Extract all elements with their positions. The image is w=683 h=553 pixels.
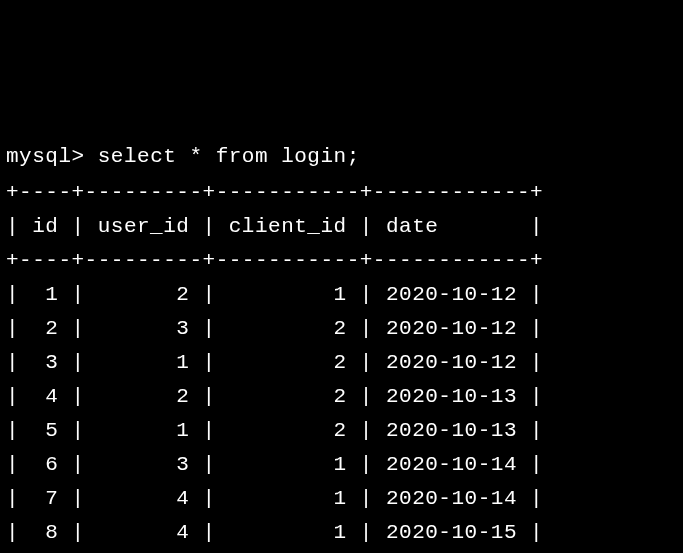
table-row: | 4 | 2 | 2 | 2020-10-13 |	[6, 380, 677, 414]
table-row: | 5 | 1 | 2 | 2020-10-13 |	[6, 414, 677, 448]
table-border-mid: +----+---------+-----------+------------…	[6, 244, 677, 278]
table-row: | 8 | 4 | 1 | 2020-10-15 |	[6, 516, 677, 550]
table-row: | 2 | 3 | 2 | 2020-10-12 |	[6, 312, 677, 346]
table-row: | 3 | 1 | 2 | 2020-10-12 |	[6, 346, 677, 380]
table-row: | 6 | 3 | 1 | 2020-10-14 |	[6, 448, 677, 482]
table-row: | 7 | 4 | 1 | 2020-10-14 |	[6, 482, 677, 516]
mysql-prompt: mysql>	[6, 145, 98, 168]
sql-query: select * from login;	[98, 145, 360, 168]
table-row: | 1 | 2 | 1 | 2020-10-12 |	[6, 278, 677, 312]
table-header-row: | id | user_id | client_id | date |	[6, 210, 677, 244]
mysql-prompt-line[interactable]: mysql> select * from login;	[6, 140, 677, 174]
table-border-top: +----+---------+-----------+------------…	[6, 176, 677, 210]
